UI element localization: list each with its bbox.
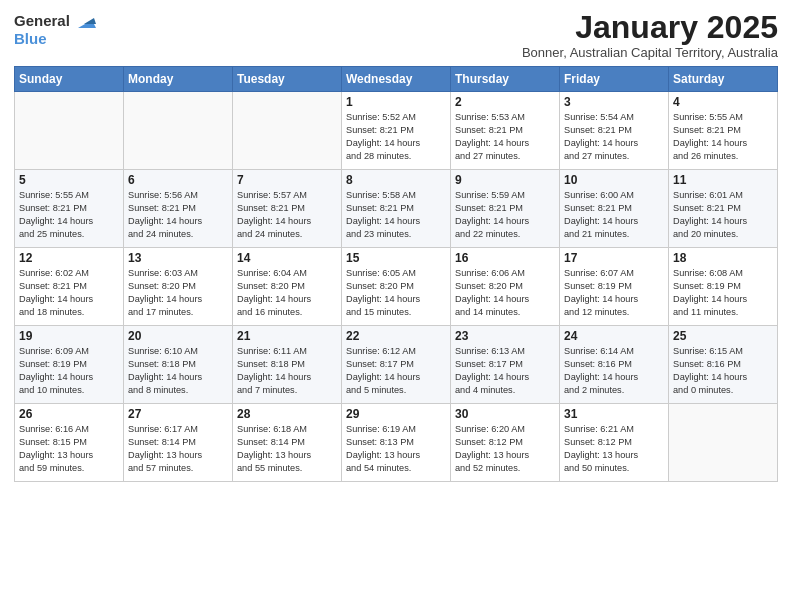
calendar-week-3: 12Sunrise: 6:02 AM Sunset: 8:21 PM Dayli… — [15, 248, 778, 326]
page: General Blue January 2025 Bonner, Austra… — [0, 0, 792, 612]
calendar-cell-w2-d5: 9Sunrise: 5:59 AM Sunset: 8:21 PM Daylig… — [451, 170, 560, 248]
calendar-cell-w5-d2: 27Sunrise: 6:17 AM Sunset: 8:14 PM Dayli… — [124, 404, 233, 482]
day-number: 3 — [564, 95, 664, 109]
col-tuesday: Tuesday — [233, 67, 342, 92]
calendar-cell-w2-d6: 10Sunrise: 6:00 AM Sunset: 8:21 PM Dayli… — [560, 170, 669, 248]
calendar-cell-w1-d4: 1Sunrise: 5:52 AM Sunset: 8:21 PM Daylig… — [342, 92, 451, 170]
calendar-cell-w3-d4: 15Sunrise: 6:05 AM Sunset: 8:20 PM Dayli… — [342, 248, 451, 326]
day-info: Sunrise: 5:54 AM Sunset: 8:21 PM Dayligh… — [564, 111, 664, 163]
col-saturday: Saturday — [669, 67, 778, 92]
subtitle: Bonner, Australian Capital Territory, Au… — [522, 45, 778, 60]
logo-icon — [74, 10, 96, 32]
calendar-week-5: 26Sunrise: 6:16 AM Sunset: 8:15 PM Dayli… — [15, 404, 778, 482]
day-number: 15 — [346, 251, 446, 265]
day-info: Sunrise: 6:12 AM Sunset: 8:17 PM Dayligh… — [346, 345, 446, 397]
calendar-cell-w3-d1: 12Sunrise: 6:02 AM Sunset: 8:21 PM Dayli… — [15, 248, 124, 326]
day-number: 21 — [237, 329, 337, 343]
day-info: Sunrise: 5:56 AM Sunset: 8:21 PM Dayligh… — [128, 189, 228, 241]
calendar-cell-w2-d3: 7Sunrise: 5:57 AM Sunset: 8:21 PM Daylig… — [233, 170, 342, 248]
day-number: 16 — [455, 251, 555, 265]
svg-marker-1 — [84, 18, 96, 24]
col-friday: Friday — [560, 67, 669, 92]
day-info: Sunrise: 5:55 AM Sunset: 8:21 PM Dayligh… — [673, 111, 773, 163]
day-number: 19 — [19, 329, 119, 343]
calendar-cell-w5-d4: 29Sunrise: 6:19 AM Sunset: 8:13 PM Dayli… — [342, 404, 451, 482]
calendar-cell-w4-d6: 24Sunrise: 6:14 AM Sunset: 8:16 PM Dayli… — [560, 326, 669, 404]
day-info: Sunrise: 6:00 AM Sunset: 8:21 PM Dayligh… — [564, 189, 664, 241]
day-number: 31 — [564, 407, 664, 421]
day-info: Sunrise: 5:59 AM Sunset: 8:21 PM Dayligh… — [455, 189, 555, 241]
day-number: 17 — [564, 251, 664, 265]
day-number: 26 — [19, 407, 119, 421]
calendar-cell-w3-d7: 18Sunrise: 6:08 AM Sunset: 8:19 PM Dayli… — [669, 248, 778, 326]
day-number: 30 — [455, 407, 555, 421]
day-info: Sunrise: 6:04 AM Sunset: 8:20 PM Dayligh… — [237, 267, 337, 319]
day-info: Sunrise: 6:19 AM Sunset: 8:13 PM Dayligh… — [346, 423, 446, 475]
day-info: Sunrise: 6:06 AM Sunset: 8:20 PM Dayligh… — [455, 267, 555, 319]
day-number: 23 — [455, 329, 555, 343]
day-number: 6 — [128, 173, 228, 187]
day-info: Sunrise: 6:13 AM Sunset: 8:17 PM Dayligh… — [455, 345, 555, 397]
calendar-week-1: 1Sunrise: 5:52 AM Sunset: 8:21 PM Daylig… — [15, 92, 778, 170]
calendar-week-4: 19Sunrise: 6:09 AM Sunset: 8:19 PM Dayli… — [15, 326, 778, 404]
day-number: 7 — [237, 173, 337, 187]
day-info: Sunrise: 6:10 AM Sunset: 8:18 PM Dayligh… — [128, 345, 228, 397]
day-number: 25 — [673, 329, 773, 343]
day-number: 20 — [128, 329, 228, 343]
day-number: 27 — [128, 407, 228, 421]
day-number: 4 — [673, 95, 773, 109]
col-monday: Monday — [124, 67, 233, 92]
day-info: Sunrise: 6:05 AM Sunset: 8:20 PM Dayligh… — [346, 267, 446, 319]
calendar-cell-w5-d7 — [669, 404, 778, 482]
day-info: Sunrise: 6:07 AM Sunset: 8:19 PM Dayligh… — [564, 267, 664, 319]
day-number: 29 — [346, 407, 446, 421]
calendar-cell-w1-d5: 2Sunrise: 5:53 AM Sunset: 8:21 PM Daylig… — [451, 92, 560, 170]
logo: General Blue — [14, 10, 96, 48]
day-number: 28 — [237, 407, 337, 421]
col-thursday: Thursday — [451, 67, 560, 92]
day-info: Sunrise: 6:11 AM Sunset: 8:18 PM Dayligh… — [237, 345, 337, 397]
calendar-week-2: 5Sunrise: 5:55 AM Sunset: 8:21 PM Daylig… — [15, 170, 778, 248]
day-info: Sunrise: 5:52 AM Sunset: 8:21 PM Dayligh… — [346, 111, 446, 163]
day-number: 24 — [564, 329, 664, 343]
calendar-cell-w3-d5: 16Sunrise: 6:06 AM Sunset: 8:20 PM Dayli… — [451, 248, 560, 326]
calendar-cell-w3-d6: 17Sunrise: 6:07 AM Sunset: 8:19 PM Dayli… — [560, 248, 669, 326]
day-info: Sunrise: 6:18 AM Sunset: 8:14 PM Dayligh… — [237, 423, 337, 475]
calendar-cell-w3-d3: 14Sunrise: 6:04 AM Sunset: 8:20 PM Dayli… — [233, 248, 342, 326]
calendar-cell-w4-d1: 19Sunrise: 6:09 AM Sunset: 8:19 PM Dayli… — [15, 326, 124, 404]
calendar-cell-w2-d1: 5Sunrise: 5:55 AM Sunset: 8:21 PM Daylig… — [15, 170, 124, 248]
day-number: 13 — [128, 251, 228, 265]
day-number: 22 — [346, 329, 446, 343]
day-info: Sunrise: 6:17 AM Sunset: 8:14 PM Dayligh… — [128, 423, 228, 475]
day-number: 9 — [455, 173, 555, 187]
day-info: Sunrise: 6:09 AM Sunset: 8:19 PM Dayligh… — [19, 345, 119, 397]
calendar-header-row: Sunday Monday Tuesday Wednesday Thursday… — [15, 67, 778, 92]
calendar-cell-w3-d2: 13Sunrise: 6:03 AM Sunset: 8:20 PM Dayli… — [124, 248, 233, 326]
day-number: 1 — [346, 95, 446, 109]
calendar-cell-w5-d5: 30Sunrise: 6:20 AM Sunset: 8:12 PM Dayli… — [451, 404, 560, 482]
col-wednesday: Wednesday — [342, 67, 451, 92]
day-info: Sunrise: 6:01 AM Sunset: 8:21 PM Dayligh… — [673, 189, 773, 241]
calendar-table: Sunday Monday Tuesday Wednesday Thursday… — [14, 66, 778, 482]
calendar-cell-w4-d2: 20Sunrise: 6:10 AM Sunset: 8:18 PM Dayli… — [124, 326, 233, 404]
calendar-cell-w4-d4: 22Sunrise: 6:12 AM Sunset: 8:17 PM Dayli… — [342, 326, 451, 404]
logo-blue-text: Blue — [14, 30, 96, 48]
calendar-cell-w2-d4: 8Sunrise: 5:58 AM Sunset: 8:21 PM Daylig… — [342, 170, 451, 248]
day-number: 12 — [19, 251, 119, 265]
day-number: 18 — [673, 251, 773, 265]
day-info: Sunrise: 5:58 AM Sunset: 8:21 PM Dayligh… — [346, 189, 446, 241]
calendar-cell-w4-d3: 21Sunrise: 6:11 AM Sunset: 8:18 PM Dayli… — [233, 326, 342, 404]
day-info: Sunrise: 6:08 AM Sunset: 8:19 PM Dayligh… — [673, 267, 773, 319]
calendar-cell-w4-d7: 25Sunrise: 6:15 AM Sunset: 8:16 PM Dayli… — [669, 326, 778, 404]
calendar-cell-w2-d2: 6Sunrise: 5:56 AM Sunset: 8:21 PM Daylig… — [124, 170, 233, 248]
calendar-cell-w5-d6: 31Sunrise: 6:21 AM Sunset: 8:12 PM Dayli… — [560, 404, 669, 482]
calendar-cell-w4-d5: 23Sunrise: 6:13 AM Sunset: 8:17 PM Dayli… — [451, 326, 560, 404]
day-info: Sunrise: 6:21 AM Sunset: 8:12 PM Dayligh… — [564, 423, 664, 475]
calendar-cell-w1-d6: 3Sunrise: 5:54 AM Sunset: 8:21 PM Daylig… — [560, 92, 669, 170]
day-number: 10 — [564, 173, 664, 187]
day-number: 14 — [237, 251, 337, 265]
logo-general-text: General — [14, 12, 70, 30]
calendar-cell-w1-d2 — [124, 92, 233, 170]
day-info: Sunrise: 6:14 AM Sunset: 8:16 PM Dayligh… — [564, 345, 664, 397]
day-info: Sunrise: 6:16 AM Sunset: 8:15 PM Dayligh… — [19, 423, 119, 475]
